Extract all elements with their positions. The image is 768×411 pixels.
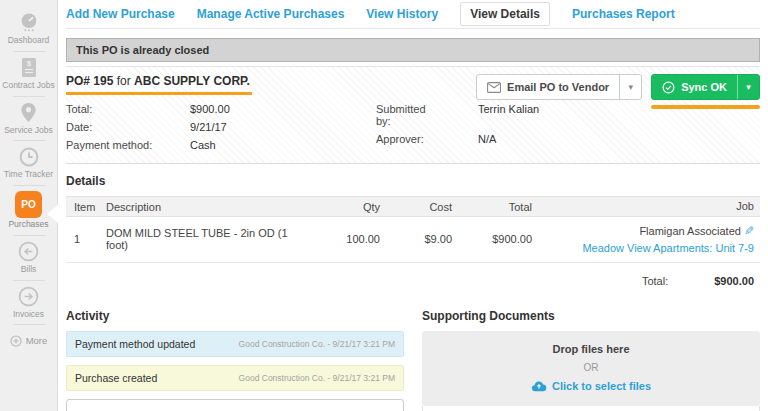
sync-dropdown-caret[interactable]: ▾: [737, 75, 759, 99]
tab-view-details[interactable]: View Details: [460, 2, 550, 26]
contract-doc-icon: $: [20, 57, 38, 79]
arrow-right-circle-icon: [18, 286, 39, 308]
details-total-value: $900.00: [714, 275, 754, 287]
divider: [13, 185, 45, 186]
job-cell: Flamigan Associated ✎ Meadow View Apartm…: [532, 222, 760, 257]
sidebar-item-label: Contract Jobs: [2, 81, 54, 91]
divider: [13, 51, 45, 52]
divider: [13, 235, 45, 236]
arrow-left-circle-icon: [18, 241, 39, 263]
chevron-down-icon: ▾: [628, 82, 633, 92]
top-nav: Add New Purchase Manage Active Purchases…: [66, 0, 760, 29]
email-po-dropdown-caret[interactable]: ▾: [619, 75, 641, 99]
sidebar-item-service-jobs[interactable]: Service Jobs: [0, 99, 57, 139]
email-po-button-group: Email PO to Vendor ▾: [476, 74, 642, 100]
click-to-select-files-link[interactable]: Click to select files: [531, 380, 651, 392]
vendor-name: ABC SUPPLY CORP.: [134, 74, 250, 88]
tab-view-history[interactable]: View History: [366, 7, 438, 21]
divider: [13, 280, 45, 281]
field-approver: Approver: N/A: [376, 133, 539, 145]
po-header-section: PO# 195 for ABC SUPPLY CORP. Total: $900…: [66, 66, 760, 164]
main-content: Add New Purchase Manage Active Purchases…: [58, 0, 768, 411]
job-link[interactable]: Meadow View Apartments: Unit 7-9: [582, 242, 754, 254]
item-description: DOM MILD STEEL TUBE - 2in OD (1 foot): [106, 227, 292, 251]
file-list-item: PDF Good Construction Co.PO#195.pdf 9/21…: [422, 406, 760, 411]
envelope-icon: [487, 82, 501, 93]
map-pin-icon: [20, 102, 37, 124]
sidebar-item-label: Invoices: [13, 310, 44, 320]
sidebar: Dashboard $ Contract Jobs Service Jobs T…: [0, 0, 58, 411]
sidebar-item-label: Purchases: [8, 220, 48, 230]
activity-section: Activity Payment method updated Good Con…: [66, 299, 404, 411]
activity-heading: Activity: [66, 309, 404, 323]
clock-icon: [19, 146, 39, 168]
divider: [13, 324, 45, 325]
sidebar-item-label: More: [26, 336, 48, 347]
sidebar-item-more[interactable]: More: [0, 327, 57, 347]
supporting-documents-section: Supporting Documents Drop files here OR …: [422, 299, 760, 411]
activity-event: Purchase created Good Construction Co. -…: [66, 365, 404, 391]
sidebar-item-bills[interactable]: Bills: [0, 238, 57, 278]
tab-purchases-report[interactable]: Purchases Report: [572, 7, 675, 21]
sidebar-item-label: Bills: [21, 265, 37, 275]
sync-button-group: Sync OK ▾: [651, 74, 760, 100]
edit-pencil-icon[interactable]: ✎: [744, 222, 754, 240]
plus-circle-icon: [10, 335, 22, 347]
sync-highlight-underline: [651, 105, 760, 109]
new-comment-textarea[interactable]: [66, 399, 404, 411]
field-payment-method: Payment method: Cash: [66, 139, 376, 151]
details-total-row: Total: $900.00: [66, 263, 760, 297]
file-dropzone[interactable]: Drop files here OR Click to select files: [422, 331, 760, 406]
svg-text:$: $: [26, 59, 31, 68]
sidebar-item-label: Dashboard: [8, 36, 50, 46]
tab-manage-active-purchases[interactable]: Manage Active Purchases: [197, 7, 345, 21]
sidebar-item-label: Time Tracker: [4, 170, 53, 180]
field-total: Total: $900.00: [66, 103, 376, 115]
sync-ok-button[interactable]: Sync OK: [652, 75, 737, 99]
chevron-down-icon: ▾: [746, 82, 751, 92]
cloud-upload-icon: [531, 380, 547, 392]
po-closed-banner: This PO is already closed: [66, 38, 760, 62]
details-heading: Details: [66, 174, 760, 188]
activity-event: Payment method updated Good Construction…: [66, 331, 404, 357]
po-icon: PO: [15, 191, 42, 218]
field-date: Date: 9/21/17: [66, 121, 376, 133]
divider: [13, 96, 45, 97]
gauge-icon: [18, 12, 40, 34]
sidebar-item-invoices[interactable]: Invoices: [0, 283, 57, 323]
po-fields: Total: $900.00 Date: 9/21/17 Payment met…: [66, 103, 760, 151]
sidebar-item-contract-jobs[interactable]: $ Contract Jobs: [0, 54, 57, 94]
sidebar-item-dashboard[interactable]: Dashboard: [0, 9, 57, 49]
po-header-buttons: Email PO to Vendor ▾ Sync OK ▾: [476, 74, 760, 109]
po-number: PO# 195: [66, 74, 113, 88]
check-circle-icon: [662, 81, 675, 94]
details-table-header: Item Description Qty Cost Total Job: [66, 196, 760, 217]
table-row: 1 DOM MILD STEEL TUBE - 2in OD (1 foot) …: [66, 217, 760, 263]
details-section: Details Item Description Qty Cost Total …: [66, 174, 760, 297]
app-window: Dashboard $ Contract Jobs Service Jobs T…: [0, 0, 768, 411]
po-title: PO# 195 for ABC SUPPLY CORP.: [66, 74, 252, 95]
email-po-button[interactable]: Email PO to Vendor: [477, 75, 619, 99]
job-company: Flamigan Associated: [639, 225, 741, 237]
supporting-documents-heading: Supporting Documents: [422, 309, 760, 323]
sidebar-item-time-tracker[interactable]: Time Tracker: [0, 143, 57, 183]
sidebar-item-label: Service Jobs: [4, 126, 53, 136]
active-item-notch: [47, 205, 58, 223]
divider: [13, 140, 45, 141]
tab-add-new-purchase[interactable]: Add New Purchase: [66, 7, 175, 21]
